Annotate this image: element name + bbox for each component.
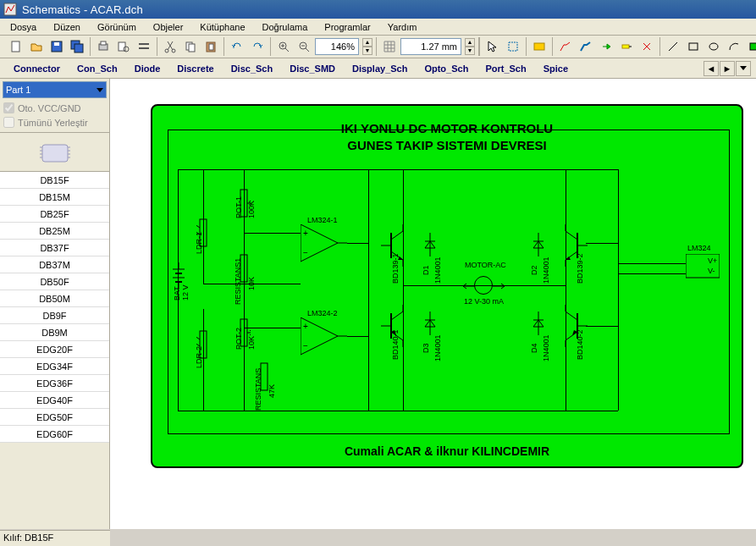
line-tool-button[interactable] — [664, 37, 682, 56]
svg-text:+: + — [303, 229, 308, 238]
menu-view[interactable]: Görünüm — [89, 20, 145, 34]
paste-button[interactable] — [201, 37, 220, 56]
snap-grid-button[interactable] — [380, 37, 399, 56]
menu-objects[interactable]: Objeler — [145, 20, 191, 34]
lib-menu-button[interactable] — [736, 61, 751, 76]
lib-port-sch[interactable]: Port_Sch — [477, 62, 534, 75]
zoom-up-button[interactable]: ▲ — [362, 38, 372, 47]
list-item[interactable]: DB50M — [0, 290, 109, 307]
port-tool-button[interactable] — [597, 37, 615, 56]
list-item[interactable]: DB15F — [0, 172, 109, 189]
label-pot2: POT-2 — [235, 328, 243, 350]
zoom-in-button[interactable] — [274, 37, 293, 56]
lib-connector[interactable]: Connector — [5, 62, 69, 75]
list-item[interactable]: EDG60F — [0, 426, 109, 443]
menu-help[interactable]: Yardım — [379, 20, 426, 34]
grid-value: 1.27 mm — [421, 41, 457, 52]
print-button[interactable] — [94, 37, 113, 56]
rect-tool-button[interactable] — [684, 37, 703, 56]
titles-button[interactable] — [135, 37, 153, 56]
list-item[interactable]: DB37F — [0, 240, 109, 256]
list-item[interactable]: EDG50F — [0, 409, 109, 426]
net-left-bridge — [403, 169, 404, 411]
menu-programs[interactable]: Programlar — [316, 20, 378, 34]
label-d4: D4 — [530, 343, 538, 353]
app-icon — [3, 3, 17, 16]
schematic-author: Cumali ACAR & ilknur KILINCDEMIR — [152, 444, 742, 458]
net-gnd — [178, 411, 618, 411]
zoom-field[interactable]: 146% — [315, 38, 359, 55]
wire-tool-button[interactable] — [556, 37, 575, 56]
svg-rect-7 — [101, 41, 106, 45]
lib-disc-smd[interactable]: Disc_SMD — [281, 62, 344, 75]
list-item[interactable]: EDG36F — [0, 375, 109, 392]
lib-con-sch[interactable]: Con_Sch — [69, 62, 126, 75]
part-select[interactable]: Part 1 — [3, 81, 107, 98]
redo-button[interactable] — [248, 37, 267, 56]
copy-button[interactable] — [181, 37, 200, 56]
list-item[interactable]: DB25F — [0, 206, 109, 223]
place-all-checkbox[interactable]: Tümünü Yerleştir — [0, 115, 109, 130]
part-list[interactable]: DB15F DB15M DB25F DB25M DB37F DB37M DB50… — [0, 171, 109, 529]
net-port-button[interactable] — [617, 37, 636, 56]
menu-file[interactable]: Dosya — [2, 20, 45, 34]
lib-disc-sch[interactable]: Disc_Sch — [223, 62, 282, 75]
undo-button[interactable] — [228, 37, 246, 56]
marquee-tool-button[interactable] — [504, 37, 522, 56]
list-item[interactable]: EDG20F — [0, 341, 109, 358]
lib-prev-button[interactable]: ◄ — [704, 61, 719, 76]
title-text: Schematics - ACAR.dch — [22, 3, 143, 16]
label-pot1: POT-1 — [235, 196, 243, 218]
grid-up-button[interactable]: ▲ — [465, 38, 475, 47]
lib-display-sch[interactable]: Display_Sch — [344, 62, 416, 75]
part-select-value: Part 1 — [6, 85, 30, 95]
menu-library[interactable]: Kütüphane — [191, 20, 253, 34]
diode-d2 — [532, 233, 545, 256]
list-item[interactable]: DB25M — [0, 223, 109, 240]
cut-button[interactable] — [161, 37, 179, 56]
place-all-input[interactable] — [3, 117, 14, 128]
list-item[interactable]: DB37M — [0, 256, 109, 273]
grid-field[interactable]: 1.27 mm — [400, 38, 461, 55]
status-text: Kılıf: DB15F — [3, 532, 53, 543]
pointer-tool-button[interactable] — [483, 37, 502, 56]
fillrect-tool-button[interactable] — [745, 37, 756, 56]
label-lm324-2: LM324-2 — [307, 309, 338, 317]
label-bat: BAT — [173, 286, 181, 301]
list-item[interactable]: DB50F — [0, 273, 109, 290]
titlebar: Schematics - ACAR.dch — [0, 0, 756, 19]
zoom-out-button[interactable] — [295, 37, 313, 56]
arc-tool-button[interactable] — [725, 37, 743, 56]
menu-edit[interactable]: Düzen — [45, 20, 89, 34]
lib-discrete[interactable]: Discrete — [168, 62, 222, 75]
grid-down-button[interactable]: ▼ — [465, 47, 475, 55]
label-lm324-1: LM324-1 — [307, 216, 338, 224]
lib-next-button[interactable]: ► — [720, 61, 735, 76]
lib-opto-sch[interactable]: Opto_Sch — [416, 62, 477, 75]
list-item[interactable]: EDG34F — [0, 358, 109, 375]
svg-text:−: − — [303, 341, 308, 350]
lib-spice[interactable]: Spice — [535, 62, 577, 75]
ellipse-tool-button[interactable] — [704, 37, 723, 56]
bus-tool-button[interactable] — [577, 37, 595, 56]
menu-verify[interactable]: Doğrulama — [254, 20, 317, 34]
component-tool-button[interactable] — [530, 37, 549, 56]
new-file-button[interactable] — [7, 37, 25, 56]
schematic-canvas[interactable]: IKI YONLU DC MOTOR KONTROLU GUNES TAKIP … — [110, 79, 756, 529]
list-item[interactable]: DB15M — [0, 189, 109, 206]
auto-vcc-gnd-label: Oto. VCC/GND — [18, 103, 81, 113]
list-item[interactable]: DB9M — [0, 324, 109, 341]
list-item[interactable]: EDG40F — [0, 392, 109, 409]
nc-tool-button[interactable] — [637, 37, 656, 56]
lib-diode[interactable]: Diode — [126, 62, 169, 75]
open-file-button[interactable] — [27, 37, 46, 56]
save-button[interactable] — [47, 37, 66, 56]
auto-vcc-gnd-input[interactable] — [3, 102, 14, 113]
auto-vcc-gnd-checkbox[interactable]: Oto. VCC/GND — [0, 101, 109, 115]
zoom-down-button[interactable]: ▼ — [362, 47, 372, 55]
list-item[interactable]: DB9F — [0, 307, 109, 324]
save-all-button[interactable] — [68, 37, 86, 56]
svg-rect-22 — [622, 45, 629, 48]
net-div-opamp1 — [244, 233, 301, 234]
print-preview-button[interactable] — [114, 37, 133, 56]
